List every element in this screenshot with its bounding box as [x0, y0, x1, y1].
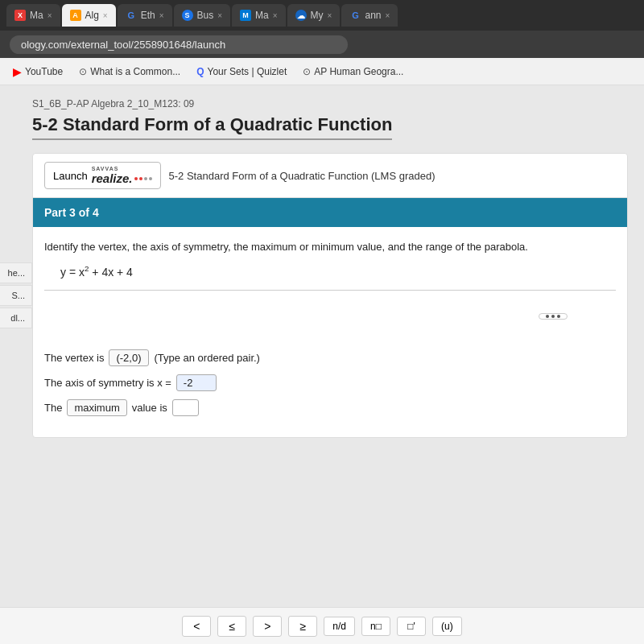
bookmark-quizlet[interactable]: Q Your Sets | Quizlet [190, 64, 293, 80]
tab-7[interactable]: G ann × [341, 4, 398, 27]
dot-red [134, 177, 138, 180]
max-min-blank[interactable] [172, 399, 200, 416]
bookmark-common[interactable]: ⊙ What is a Common... [72, 64, 187, 80]
equation-line: y = x2 + 4x + 4 [60, 264, 616, 279]
bookmark-ap[interactable]: ⊙ AP Human Geogra... [296, 64, 410, 80]
tab-favicon-1: X [14, 10, 26, 21]
vertex-label: The vertex is [44, 352, 104, 364]
three-dots-button[interactable] [532, 307, 568, 321]
tab-1[interactable]: X Ma × [6, 4, 60, 27]
dot3 [557, 315, 560, 318]
bookmark-label-quizlet: Your Sets | Quizlet [208, 66, 287, 77]
launch-label: Launch [53, 170, 88, 182]
dot-red2 [139, 177, 142, 180]
math-btn-power[interactable]: n□ [361, 617, 390, 636]
bookmark-youtube[interactable]: ▶ YouTube [6, 63, 69, 80]
tab-close-2[interactable]: × [103, 11, 108, 20]
address-input[interactable] [10, 35, 348, 54]
axis-row: The axis of symmetry is x = -2 [44, 374, 616, 391]
math-toolbar: < ≤ > ≥ n/d n□ □' (u) [0, 607, 644, 644]
graph-area [44, 290, 616, 338]
launch-subtitle: 5-2 Standard Form of a Quadratic Functio… [169, 170, 436, 182]
tab-favicon-3: G [126, 10, 137, 21]
tab-favicon-4: S [182, 10, 193, 21]
common-icon: ⊙ [79, 66, 87, 77]
savvas-text: SAVVAS [92, 166, 119, 171]
course-label: S1_6B_P-AP Algebra 2_10_M123: 09 [32, 98, 628, 109]
ap-icon: ⊙ [303, 66, 311, 77]
part-label: Part 3 of 4 [44, 206, 99, 219]
quizlet-icon: Q [196, 66, 204, 77]
tab-favicon-6: ☁ [295, 10, 307, 21]
tab-close-7[interactable]: × [385, 11, 390, 20]
dot-gray2 [149, 177, 152, 180]
vertex-row: The vertex is (-2,0) (Type an ordered pa… [44, 349, 616, 366]
vertex-hint: (Type an ordered pair.) [154, 352, 260, 364]
math-btn-prime[interactable]: □' [397, 617, 426, 636]
max-min-row: The maximum value is [44, 399, 616, 416]
tab-2[interactable]: A Alg × [62, 4, 116, 27]
bookmark-label-ap: AP Human Geogra... [314, 66, 403, 77]
tab-close-3[interactable]: × [159, 11, 164, 20]
tab-close-6[interactable]: × [328, 11, 332, 20]
address-bar [0, 31, 644, 58]
tab-5[interactable]: M Ma × [232, 4, 286, 27]
tab-bar: X Ma × A Alg × G Eth × S Bus × M Ma × ☁ … [0, 0, 644, 31]
part-header: Part 3 of 4 [33, 198, 627, 227]
bookmarks-bar: ▶ YouTube ⊙ What is a Common... Q Your S… [0, 58, 644, 85]
tab-favicon-5: M [240, 10, 251, 21]
dot2 [551, 315, 555, 318]
max-min-value[interactable]: maximum [67, 399, 126, 416]
savvas-logo: SAVVAS realize. [92, 166, 152, 185]
problem-area: Identify the vertex, the axis of symmetr… [33, 227, 627, 437]
tab-label-1: Ma [30, 10, 43, 21]
sidebar-label-3[interactable]: dl... [0, 308, 32, 328]
axis-value[interactable]: -2 [176, 374, 217, 391]
tab-favicon-7: G [349, 10, 361, 21]
tab-label-2: Alg [85, 10, 99, 21]
launch-button[interactable]: Launch SAVVAS realize. [44, 162, 161, 189]
bookmark-label-youtube: YouTube [25, 66, 63, 77]
launch-bar: Launch SAVVAS realize. [33, 154, 627, 198]
axis-label: The axis of symmetry is x = [44, 377, 171, 389]
math-btn-unit[interactable]: (u) [432, 617, 462, 636]
tab-label-5: Ma [255, 10, 269, 21]
content-panel: Launch SAVVAS realize. [32, 153, 628, 438]
youtube-icon: ▶ [13, 65, 22, 78]
tab-close-4[interactable]: × [217, 11, 222, 20]
tab-label-4: Bus [197, 10, 214, 21]
tab-4[interactable]: S Bus × [174, 4, 231, 27]
sidebar-label-1[interactable]: he... [0, 262, 32, 283]
tab-3[interactable]: G Eth × [118, 4, 172, 27]
math-btn-fraction[interactable]: n/d [324, 617, 355, 636]
tab-6[interactable]: ☁ My × [287, 4, 341, 27]
main-content: he... S... dl... S1_6B_P-AP Algebra 2_10… [0, 85, 644, 644]
problem-text: Identify the vertex, the axis of symmetr… [44, 240, 616, 254]
page-title: 5-2 Standard Form of a Quadratic Functio… [32, 114, 392, 140]
dot-gray [144, 177, 147, 180]
vertex-value[interactable]: (-2,0) [109, 349, 149, 366]
bookmark-label-common: What is a Common... [90, 66, 180, 77]
math-btn-greater[interactable]: > [253, 616, 282, 637]
max-min-label2: value is [132, 402, 167, 414]
tab-label-6: My [311, 10, 324, 21]
max-min-label1: The [44, 402, 62, 414]
math-btn-less[interactable]: < [182, 616, 211, 637]
tab-close-1[interactable]: × [47, 11, 52, 20]
realize-text: realize. [92, 171, 133, 185]
tab-favicon-2: A [70, 10, 81, 21]
sidebar-label-2[interactable]: S... [0, 285, 32, 306]
math-btn-geq[interactable]: ≥ [288, 616, 317, 637]
savvas-dots [134, 177, 152, 180]
tab-label-3: Eth [141, 10, 155, 21]
tab-close-5[interactable]: × [273, 11, 278, 20]
dot1 [546, 315, 549, 318]
tab-label-7: ann [365, 10, 381, 21]
math-btn-leq[interactable]: ≤ [217, 616, 246, 637]
